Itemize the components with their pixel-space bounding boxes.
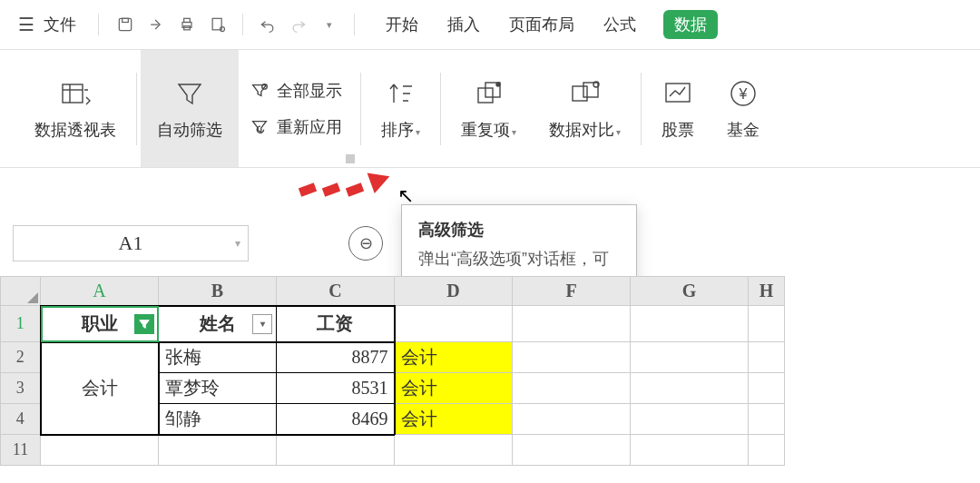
- tooltip-title: 高级筛选: [418, 218, 620, 243]
- show-all-label: 全部显示: [277, 80, 342, 102]
- fund-button[interactable]: ¥ 基金: [710, 50, 776, 167]
- cell-h3[interactable]: [749, 373, 785, 404]
- sort-label: 排序▾: [381, 119, 420, 141]
- share-icon[interactable]: [142, 11, 170, 38]
- tab-pagelayout[interactable]: 页面布局: [507, 10, 576, 39]
- filter-active-icon[interactable]: [134, 314, 154, 334]
- row-header-4[interactable]: 4: [1, 404, 41, 435]
- cell-g3[interactable]: [631, 373, 749, 404]
- reapply-button[interactable]: 重新应用: [250, 116, 342, 138]
- col-header-a[interactable]: A: [41, 277, 159, 306]
- cell-b1-value: 姓名: [200, 313, 236, 333]
- filter-dialog-launcher[interactable]: [346, 154, 355, 163]
- stock-label: 股票: [662, 119, 694, 141]
- cell-f4[interactable]: [513, 404, 631, 435]
- cell-f2[interactable]: [513, 342, 631, 373]
- filter-dropdown-icon[interactable]: ▾: [252, 314, 272, 334]
- col-header-c[interactable]: C: [277, 277, 395, 306]
- name-box-value: A1: [119, 232, 143, 255]
- cell-c4[interactable]: 8469: [277, 404, 395, 435]
- col-header-d[interactable]: D: [395, 277, 513, 306]
- cell-c3[interactable]: 8531: [277, 373, 395, 404]
- name-box[interactable]: A1 ▾: [13, 225, 249, 261]
- cell-h2[interactable]: [749, 342, 785, 373]
- col-header-h[interactable]: H: [749, 277, 785, 306]
- tab-start[interactable]: 开始: [384, 10, 420, 39]
- svg-rect-15: [583, 83, 598, 97]
- svg-rect-0: [119, 18, 131, 30]
- show-all-button[interactable]: 全部显示: [250, 80, 342, 102]
- cell-c1-value: 工资: [317, 313, 353, 333]
- data-compare-label: 数据对比▾: [549, 119, 621, 141]
- save-icon[interactable]: [112, 11, 139, 38]
- preview-icon[interactable]: [204, 11, 231, 38]
- hamburger-icon[interactable]: ☰: [18, 14, 34, 35]
- cell-g4[interactable]: [631, 404, 749, 435]
- cell-a1[interactable]: 职业: [41, 306, 159, 342]
- cell-d1[interactable]: [395, 306, 513, 342]
- col-header-g[interactable]: G: [631, 277, 749, 306]
- ribbon-data: 数据透视表 自动筛选 全部显示 重新应用 排序▾ 重复项▾ 数据对比▾ 股票 ¥…: [0, 50, 980, 168]
- cell-a11[interactable]: [41, 435, 159, 466]
- cell-g2[interactable]: [631, 342, 749, 373]
- cell-c1[interactable]: 工资: [277, 306, 395, 342]
- col-header-f[interactable]: F: [513, 277, 631, 306]
- cell-g11[interactable]: [631, 435, 749, 466]
- cell-b11[interactable]: [159, 435, 277, 466]
- separator: [136, 73, 137, 145]
- cell-d4[interactable]: 会计: [395, 404, 513, 435]
- select-all-corner[interactable]: [1, 277, 41, 306]
- filter-subgroup: 全部显示 重新应用: [239, 50, 353, 167]
- svg-text:¥: ¥: [739, 86, 748, 102]
- file-menu[interactable]: 文件: [44, 14, 76, 35]
- chevron-down-icon[interactable]: ▾: [235, 237, 240, 251]
- separator: [360, 73, 361, 145]
- cell-f3[interactable]: [513, 373, 631, 404]
- data-compare-button[interactable]: 数据对比▾: [533, 50, 637, 167]
- tab-data[interactable]: 数据: [663, 10, 718, 39]
- cell-c2[interactable]: 8877: [277, 342, 395, 373]
- cell-b1[interactable]: 姓名 ▾: [159, 306, 277, 342]
- separator: [440, 73, 441, 145]
- cell-a1-value: 职业: [82, 313, 118, 333]
- duplicates-button[interactable]: 重复项▾: [445, 50, 533, 167]
- cell-g1[interactable]: [631, 306, 749, 342]
- undo-icon[interactable]: [254, 11, 281, 38]
- col-header-b[interactable]: B: [159, 277, 277, 306]
- svg-point-13: [496, 83, 500, 86]
- tab-formula[interactable]: 公式: [602, 10, 638, 39]
- row-header-2[interactable]: 2: [1, 342, 41, 373]
- cell-h4[interactable]: [749, 404, 785, 435]
- cell-h1[interactable]: [749, 306, 785, 342]
- cell-f11[interactable]: [513, 435, 631, 466]
- ribbon-tabs: 开始 插入 页面布局 公式 数据: [384, 10, 718, 39]
- sort-button[interactable]: 排序▾: [365, 50, 436, 167]
- cell-b3[interactable]: 覃梦玲: [159, 373, 277, 404]
- pivot-table-button[interactable]: 数据透视表: [18, 50, 132, 167]
- cell-d2[interactable]: 会计: [395, 342, 513, 373]
- row-header-11[interactable]: 11: [1, 435, 41, 466]
- zoom-fit-icon[interactable]: ⊖: [348, 226, 383, 261]
- redo-icon[interactable]: [285, 11, 312, 38]
- autofilter-label: 自动筛选: [157, 119, 222, 141]
- cell-d3[interactable]: 会计: [395, 373, 513, 404]
- tab-insert[interactable]: 插入: [446, 10, 482, 39]
- cell-c11[interactable]: [277, 435, 395, 466]
- row-header-1[interactable]: 1: [1, 306, 41, 342]
- qat-dropdown-icon[interactable]: ▾: [316, 11, 343, 38]
- print-icon[interactable]: [173, 11, 201, 38]
- cell-h11[interactable]: [749, 435, 785, 466]
- separator: [641, 73, 642, 145]
- cell-a2-merged[interactable]: 会计: [41, 342, 159, 435]
- spreadsheet-grid[interactable]: A B C D F G H 1 职业 姓名 ▾ 工资 2 会计 张梅 8877 …: [0, 276, 785, 466]
- autofilter-button[interactable]: 自动筛选: [141, 50, 239, 167]
- cell-d11[interactable]: [395, 435, 513, 466]
- stock-button[interactable]: 股票: [645, 50, 710, 167]
- row-header-3[interactable]: 3: [1, 373, 41, 404]
- cell-b2[interactable]: 张梅: [159, 342, 277, 373]
- titlebar: ☰ 文件 ▾ 开始 插入 页面布局 公式 数据: [0, 0, 980, 50]
- cell-b4[interactable]: 邹静: [159, 404, 277, 435]
- cell-a2-value: 会计: [82, 378, 118, 398]
- svg-rect-1: [122, 18, 129, 22]
- cell-f1[interactable]: [513, 306, 631, 342]
